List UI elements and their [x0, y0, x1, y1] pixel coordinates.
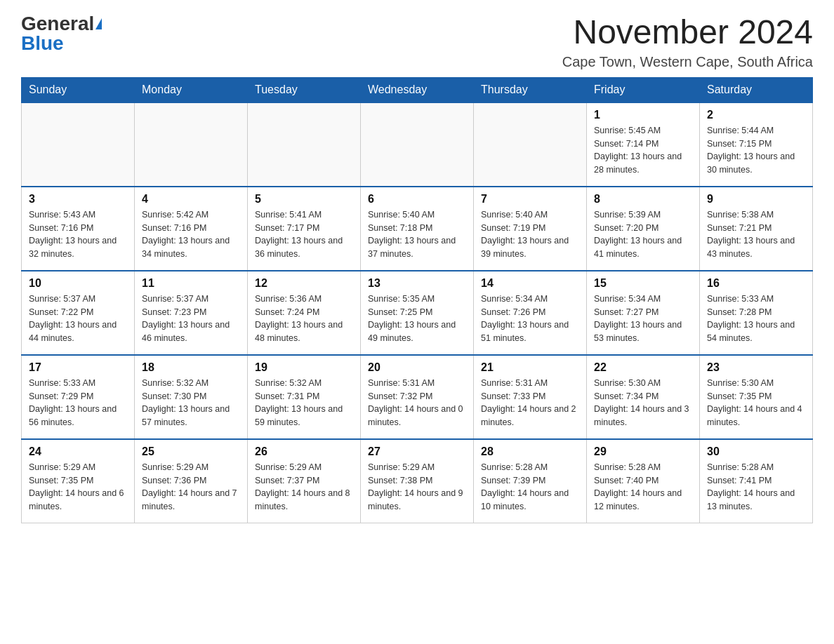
- day-number: 23: [707, 361, 805, 374]
- calendar-cell: 15Sunrise: 5:34 AM Sunset: 7:27 PM Dayli…: [587, 271, 700, 355]
- calendar-cell: 30Sunrise: 5:28 AM Sunset: 7:41 PM Dayli…: [700, 439, 813, 523]
- location: Cape Town, Western Cape, South Africa: [562, 54, 813, 70]
- calendar-cell: 28Sunrise: 5:28 AM Sunset: 7:39 PM Dayli…: [474, 439, 587, 523]
- calendar-cell: 10Sunrise: 5:37 AM Sunset: 7:22 PM Dayli…: [22, 271, 135, 355]
- day-number: 29: [594, 445, 692, 458]
- header-day-wednesday: Wednesday: [361, 77, 474, 102]
- day-info: Sunrise: 5:29 AM Sunset: 7:35 PM Dayligh…: [29, 461, 127, 514]
- day-info: Sunrise: 5:43 AM Sunset: 7:16 PM Dayligh…: [29, 208, 127, 261]
- day-info: Sunrise: 5:38 AM Sunset: 7:21 PM Dayligh…: [707, 208, 805, 261]
- day-number: 24: [29, 445, 127, 458]
- day-info: Sunrise: 5:41 AM Sunset: 7:17 PM Dayligh…: [255, 208, 353, 261]
- day-number: 7: [481, 193, 579, 206]
- header-day-friday: Friday: [587, 77, 700, 102]
- day-info: Sunrise: 5:36 AM Sunset: 7:24 PM Dayligh…: [255, 293, 353, 345]
- calendar-cell: 7Sunrise: 5:40 AM Sunset: 7:19 PM Daylig…: [474, 187, 587, 271]
- header-day-thursday: Thursday: [474, 77, 587, 102]
- calendar-header: SundayMondayTuesdayWednesdayThursdayFrid…: [22, 77, 813, 102]
- day-info: Sunrise: 5:28 AM Sunset: 7:41 PM Dayligh…: [707, 461, 805, 514]
- day-info: Sunrise: 5:29 AM Sunset: 7:38 PM Dayligh…: [368, 461, 466, 514]
- calendar-cell: 1Sunrise: 5:45 AM Sunset: 7:14 PM Daylig…: [587, 102, 700, 187]
- title-block: November 2024 Cape Town, Western Cape, S…: [562, 14, 813, 70]
- logo: General Blue: [21, 14, 102, 53]
- calendar-cell: 16Sunrise: 5:33 AM Sunset: 7:28 PM Dayli…: [700, 271, 813, 355]
- day-info: Sunrise: 5:30 AM Sunset: 7:34 PM Dayligh…: [594, 377, 692, 429]
- day-info: Sunrise: 5:35 AM Sunset: 7:25 PM Dayligh…: [368, 293, 466, 345]
- calendar-cell: 21Sunrise: 5:31 AM Sunset: 7:33 PM Dayli…: [474, 355, 587, 439]
- calendar-cell: 19Sunrise: 5:32 AM Sunset: 7:31 PM Dayli…: [248, 355, 361, 439]
- day-number: 6: [368, 193, 466, 206]
- calendar-cell: 3Sunrise: 5:43 AM Sunset: 7:16 PM Daylig…: [22, 187, 135, 271]
- calendar-cell: [22, 102, 135, 187]
- calendar-cell: 27Sunrise: 5:29 AM Sunset: 7:38 PM Dayli…: [361, 439, 474, 523]
- day-info: Sunrise: 5:33 AM Sunset: 7:29 PM Dayligh…: [29, 377, 127, 429]
- day-info: Sunrise: 5:31 AM Sunset: 7:33 PM Dayligh…: [481, 377, 579, 429]
- calendar-cell: 6Sunrise: 5:40 AM Sunset: 7:18 PM Daylig…: [361, 187, 474, 271]
- calendar-cell: 12Sunrise: 5:36 AM Sunset: 7:24 PM Dayli…: [248, 271, 361, 355]
- day-number: 14: [481, 277, 579, 290]
- calendar-cell: 8Sunrise: 5:39 AM Sunset: 7:20 PM Daylig…: [587, 187, 700, 271]
- day-info: Sunrise: 5:40 AM Sunset: 7:19 PM Dayligh…: [481, 208, 579, 261]
- calendar-cell: 5Sunrise: 5:41 AM Sunset: 7:17 PM Daylig…: [248, 187, 361, 271]
- day-number: 9: [707, 193, 805, 206]
- day-info: Sunrise: 5:29 AM Sunset: 7:37 PM Dayligh…: [255, 461, 353, 514]
- day-info: Sunrise: 5:29 AM Sunset: 7:36 PM Dayligh…: [142, 461, 240, 514]
- day-number: 22: [594, 361, 692, 374]
- page-header: General Blue November 2024 Cape Town, We…: [21, 14, 813, 70]
- day-number: 11: [142, 277, 240, 290]
- day-number: 13: [368, 277, 466, 290]
- calendar-cell: 4Sunrise: 5:42 AM Sunset: 7:16 PM Daylig…: [135, 187, 248, 271]
- calendar-cell: [135, 102, 248, 187]
- header-day-sunday: Sunday: [22, 77, 135, 102]
- day-number: 17: [29, 361, 127, 374]
- day-number: 10: [29, 277, 127, 290]
- calendar-cell: [361, 102, 474, 187]
- day-number: 12: [255, 277, 353, 290]
- day-number: 4: [142, 193, 240, 206]
- day-info: Sunrise: 5:28 AM Sunset: 7:40 PM Dayligh…: [594, 461, 692, 514]
- calendar-table: SundayMondayTuesdayWednesdayThursdayFrid…: [21, 77, 813, 524]
- week-row-0: 1Sunrise: 5:45 AM Sunset: 7:14 PM Daylig…: [22, 102, 813, 187]
- day-number: 20: [368, 361, 466, 374]
- calendar-cell: 9Sunrise: 5:38 AM Sunset: 7:21 PM Daylig…: [700, 187, 813, 271]
- day-info: Sunrise: 5:45 AM Sunset: 7:14 PM Dayligh…: [594, 124, 692, 177]
- calendar-cell: 22Sunrise: 5:30 AM Sunset: 7:34 PM Dayli…: [587, 355, 700, 439]
- week-row-1: 3Sunrise: 5:43 AM Sunset: 7:16 PM Daylig…: [22, 187, 813, 271]
- calendar-cell: 20Sunrise: 5:31 AM Sunset: 7:32 PM Dayli…: [361, 355, 474, 439]
- day-info: Sunrise: 5:34 AM Sunset: 7:26 PM Dayligh…: [481, 293, 579, 345]
- day-info: Sunrise: 5:30 AM Sunset: 7:35 PM Dayligh…: [707, 377, 805, 429]
- header-day-saturday: Saturday: [700, 77, 813, 102]
- day-number: 18: [142, 361, 240, 374]
- day-number: 21: [481, 361, 579, 374]
- day-number: 26: [255, 445, 353, 458]
- header-row: SundayMondayTuesdayWednesdayThursdayFrid…: [22, 77, 813, 102]
- calendar-cell: 26Sunrise: 5:29 AM Sunset: 7:37 PM Dayli…: [248, 439, 361, 523]
- calendar-cell: 29Sunrise: 5:28 AM Sunset: 7:40 PM Dayli…: [587, 439, 700, 523]
- day-info: Sunrise: 5:44 AM Sunset: 7:15 PM Dayligh…: [707, 124, 805, 177]
- calendar-cell: 25Sunrise: 5:29 AM Sunset: 7:36 PM Dayli…: [135, 439, 248, 523]
- day-number: 19: [255, 361, 353, 374]
- day-number: 5: [255, 193, 353, 206]
- calendar-cell: 18Sunrise: 5:32 AM Sunset: 7:30 PM Dayli…: [135, 355, 248, 439]
- day-number: 1: [594, 109, 692, 121]
- week-row-2: 10Sunrise: 5:37 AM Sunset: 7:22 PM Dayli…: [22, 271, 813, 355]
- day-number: 2: [707, 109, 805, 121]
- day-number: 25: [142, 445, 240, 458]
- calendar-cell: [474, 102, 587, 187]
- day-info: Sunrise: 5:34 AM Sunset: 7:27 PM Dayligh…: [594, 293, 692, 345]
- day-info: Sunrise: 5:32 AM Sunset: 7:30 PM Dayligh…: [142, 377, 240, 429]
- day-number: 30: [707, 445, 805, 458]
- day-info: Sunrise: 5:40 AM Sunset: 7:18 PM Dayligh…: [368, 208, 466, 261]
- logo-blue: Blue: [21, 34, 64, 53]
- calendar-cell: 23Sunrise: 5:30 AM Sunset: 7:35 PM Dayli…: [700, 355, 813, 439]
- day-info: Sunrise: 5:37 AM Sunset: 7:23 PM Dayligh…: [142, 293, 240, 345]
- day-number: 28: [481, 445, 579, 458]
- week-row-4: 24Sunrise: 5:29 AM Sunset: 7:35 PM Dayli…: [22, 439, 813, 523]
- day-number: 3: [29, 193, 127, 206]
- day-number: 8: [594, 193, 692, 206]
- calendar-cell: [248, 102, 361, 187]
- header-day-monday: Monday: [135, 77, 248, 102]
- logo-triangle-icon: [95, 18, 102, 29]
- calendar-cell: 13Sunrise: 5:35 AM Sunset: 7:25 PM Dayli…: [361, 271, 474, 355]
- day-info: Sunrise: 5:28 AM Sunset: 7:39 PM Dayligh…: [481, 461, 579, 514]
